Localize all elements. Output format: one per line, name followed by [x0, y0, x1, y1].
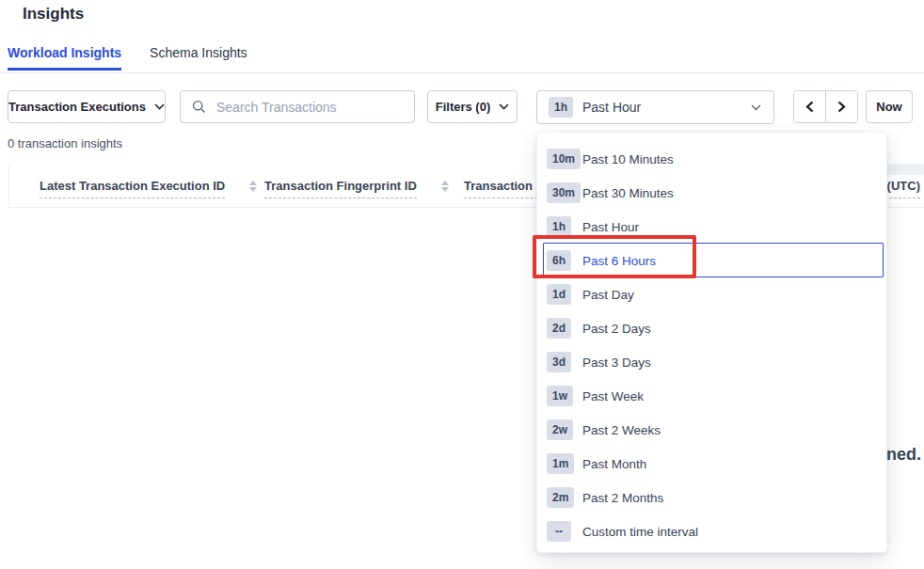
time-interval-option-2w[interactable]: 2w Past 2 Weeks: [537, 413, 886, 447]
interval-label: Past 2 Weeks: [582, 423, 661, 437]
interval-label: Past 3 Days: [582, 356, 651, 370]
tab-schema-insights[interactable]: Schema Insights: [150, 45, 247, 71]
tab-label: Schema Insights: [150, 45, 247, 60]
interval-badge: 10m: [547, 149, 581, 169]
column-label: Transaction Fingerprint ID: [264, 179, 417, 198]
interval-label: Past Month: [582, 457, 646, 471]
interval-badge: 30m: [547, 182, 581, 203]
time-interval-option-1w[interactable]: 1w Past Week: [537, 379, 886, 413]
interval-label: Custom time interval: [582, 525, 698, 539]
chevron-right-icon: [837, 101, 846, 113]
interval-label: Past 6 Hours: [582, 254, 656, 268]
interval-badge: 2d: [547, 318, 571, 339]
column-label: Latest Transaction Execution ID: [40, 179, 225, 198]
tab-label: Workload Insights: [8, 45, 121, 60]
chevron-down-icon: [751, 104, 761, 111]
interval-label: Past Week: [582, 389, 644, 403]
insights-count: 0 transaction insights: [8, 136, 122, 150]
time-interval-option-30m[interactable]: 30m Past 30 Minutes: [537, 176, 886, 210]
tab-bar: Workload InsightsSchema Insights: [8, 45, 247, 71]
time-interval-select[interactable]: 1h Past Hour: [536, 90, 774, 124]
horizontal-scrollbar-thumb[interactable]: [883, 164, 924, 175]
interval-label: Past 2 Months: [582, 491, 663, 505]
interval-label: Past Hour: [582, 220, 639, 234]
time-interval-badge: 1h: [549, 97, 573, 118]
interval-badge: 2w: [547, 419, 573, 440]
search-input[interactable]: [215, 99, 414, 116]
interval-badge: 1d: [547, 284, 571, 305]
now-button[interactable]: Now: [866, 90, 913, 123]
time-interval-option-10m[interactable]: 10m Past 10 Minutes: [537, 142, 886, 176]
chevron-down-icon: [499, 103, 509, 110]
search-icon: [192, 100, 206, 114]
view-type-select[interactable]: Transaction Executions: [8, 90, 166, 123]
interval-label: Past Day: [582, 288, 634, 302]
interval-label: Past 30 Minutes: [582, 186, 674, 200]
tab-divider: [0, 72, 924, 73]
chevron-down-icon: [154, 103, 165, 110]
page-title: Insights: [23, 5, 84, 24]
time-interval-option-1h[interactable]: 1h Past Hour: [537, 210, 886, 244]
interval-badge: --: [547, 521, 571, 542]
sort-icon[interactable]: [249, 181, 257, 192]
interval-badge: 1m: [547, 453, 574, 474]
interval-label: Past 2 Days: [582, 322, 651, 336]
time-interval-option-custom[interactable]: -- Custom time interval: [537, 514, 886, 548]
now-label: Now: [876, 100, 901, 114]
tab-workload-insights[interactable]: Workload Insights: [8, 45, 121, 71]
time-interval-dropdown: 10m Past 10 Minutes 30m Past 30 Minutes …: [536, 132, 887, 553]
search-box: [180, 90, 415, 123]
next-interval-button[interactable]: [825, 91, 857, 122]
time-interval-option-1d[interactable]: 1d Past Day: [537, 277, 886, 311]
interval-label: Past 10 Minutes: [582, 152, 674, 166]
interval-badge: 2m: [547, 487, 574, 508]
time-interval-option-6h[interactable]: 6h Past 6 Hours: [537, 244, 886, 277]
time-interval-option-1m[interactable]: 1m Past Month: [537, 447, 886, 481]
interval-badge: 6h: [547, 250, 571, 271]
interval-badge: 1h: [547, 216, 571, 237]
chevron-left-icon: [805, 101, 814, 113]
table-left-border: [8, 166, 9, 207]
time-step-buttons: [793, 90, 858, 123]
time-interval-label: Past Hour: [582, 100, 641, 115]
time-interval-option-2d[interactable]: 2d Past 2 Days: [537, 311, 886, 345]
filters-label: Filters (0): [436, 100, 491, 114]
view-type-label: Transaction Executions: [8, 100, 146, 114]
previous-interval-button[interactable]: [794, 91, 825, 122]
table-column-header[interactable]: Transaction Fingerprint ID: [264, 179, 449, 198]
interval-badge: 3d: [547, 352, 571, 372]
table-column-header[interactable]: Latest Transaction Execution ID: [40, 179, 257, 198]
interval-badge: 1w: [547, 386, 573, 406]
filters-button[interactable]: Filters (0): [427, 90, 518, 123]
time-interval-option-2m[interactable]: 2m Past 2 Months: [537, 481, 886, 514]
time-interval-option-3d[interactable]: 3d Past 3 Days: [537, 345, 886, 379]
sort-icon[interactable]: [441, 181, 449, 192]
